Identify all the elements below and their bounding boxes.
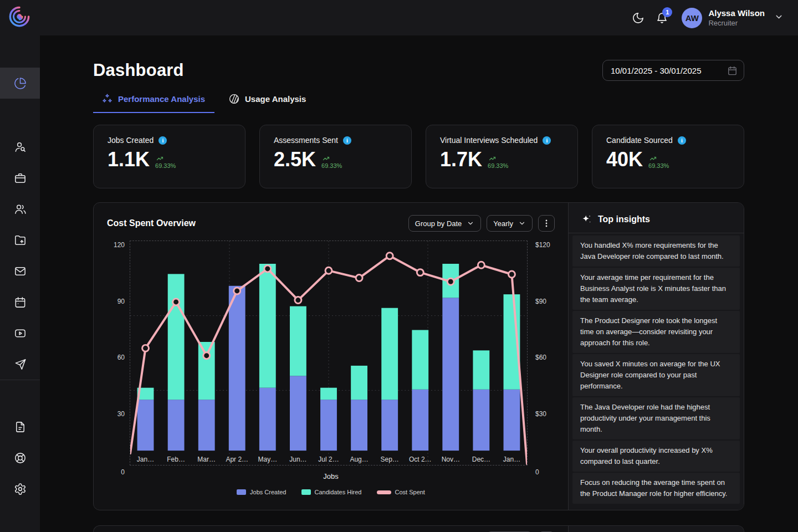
insight-item: Focus on reducing the average time spent… <box>572 473 740 504</box>
bar-jobs-created[interactable] <box>229 286 245 451</box>
avatar: AW <box>682 8 702 28</box>
bar-jobs-created[interactable] <box>504 390 520 451</box>
bar-jobs-created[interactable] <box>259 388 276 451</box>
briefcase-icon <box>14 172 27 185</box>
main-content: Dashboard 10/01/2025 - 30/01/2025 Perfor… <box>40 35 798 532</box>
bar-jobs-created[interactable] <box>137 400 154 451</box>
bar-jobs-created[interactable] <box>290 376 306 451</box>
file-text-icon <box>14 421 27 433</box>
video-play-icon <box>14 327 27 340</box>
legend-item[interactable]: Jobs Created <box>237 489 286 495</box>
bar-candidates-hired[interactable] <box>198 342 215 400</box>
cost-spent-point[interactable] <box>417 269 423 276</box>
bar-candidates-hired[interactable] <box>351 366 367 400</box>
sidebar <box>0 35 40 532</box>
trend-indicator: 69.33% <box>488 155 508 170</box>
cost-spent-point[interactable] <box>508 271 515 278</box>
bar-candidates-hired[interactable] <box>168 274 185 400</box>
x-axis-title: Jobs <box>107 472 555 480</box>
notifications-button[interactable]: 1 <box>656 12 668 24</box>
tab-label: Usage Analysis <box>245 94 306 104</box>
info-icon[interactable]: i <box>158 136 167 145</box>
sidebar-item-calendar[interactable] <box>0 287 40 318</box>
legend-item[interactable]: Cost Spent <box>377 489 425 495</box>
bar-jobs-created[interactable] <box>168 400 185 451</box>
bar-candidates-hired[interactable] <box>473 350 489 389</box>
stat-label: Virtual Interviews Scheduled <box>440 136 538 145</box>
tab-usage-analysis[interactable]: Usage Analysis <box>220 92 315 113</box>
trend-indicator: 69.33% <box>321 155 342 170</box>
cost-spent-point[interactable] <box>447 278 454 285</box>
info-icon[interactable]: i <box>343 136 351 145</box>
bar-jobs-created[interactable] <box>351 400 367 451</box>
chart-plot[interactable]: Jan…Feb…Mar…Apr 2…May…Jun…Jul 2…Aug…Sep…… <box>130 241 528 466</box>
sidebar-item-candidates[interactable] <box>0 193 40 224</box>
x-axis-label: May… <box>252 456 283 463</box>
x-axis-label: Feb… <box>161 456 191 463</box>
x-axis-label: Apr 2… <box>222 456 252 463</box>
profile-menu[interactable]: AW Alyssa Wilson Recruiter <box>682 8 784 28</box>
y-axis-left: 1209060300 <box>107 241 130 466</box>
trend-up-icon <box>488 155 497 162</box>
sidebar-item-send[interactable] <box>0 349 40 380</box>
cost-spent-point[interactable] <box>356 275 362 282</box>
stat-value: 40K <box>606 150 643 170</box>
bar-jobs-created[interactable] <box>473 390 489 451</box>
bar-jobs-created[interactable] <box>442 298 459 451</box>
sidebar-item-jobs[interactable] <box>0 162 40 193</box>
sidebar-item-mail[interactable] <box>0 255 40 287</box>
app-logo-icon[interactable] <box>8 5 31 30</box>
sidebar-item-documents[interactable] <box>0 411 40 442</box>
sidebar-item-videos[interactable] <box>0 318 40 349</box>
info-icon[interactable]: i <box>543 136 551 145</box>
y-axis-tick: 0 <box>535 468 539 476</box>
cost-spent-point[interactable] <box>295 297 301 304</box>
cost-spent-point[interactable] <box>386 253 393 259</box>
cost-spent-point[interactable] <box>478 262 484 268</box>
tab-performance-analysis[interactable]: Performance Analysis <box>93 92 214 113</box>
stat-label: Candidate Sourced <box>606 136 673 145</box>
bar-jobs-created[interactable] <box>320 400 337 451</box>
legend-label: Jobs Created <box>250 489 286 495</box>
bar-candidates-hired[interactable] <box>320 388 337 400</box>
cost-spent-point[interactable] <box>325 267 332 274</box>
cost-spent-card: Cost Spent Overview Group by Date Yearly <box>93 202 744 510</box>
legend-item[interactable]: Candidates Hired <box>301 489 362 495</box>
insight-item: You saved X minutes on average for the U… <box>572 354 740 396</box>
sidebar-item-uploads[interactable] <box>0 224 40 255</box>
y-axis-tick: $30 <box>535 410 546 418</box>
period-dropdown[interactable]: Yearly <box>487 215 533 232</box>
cost-spent-point[interactable] <box>142 345 149 351</box>
x-axis-label: Jul 2… <box>313 456 344 463</box>
stat-card-candidate-sourced: Candidate Sourcedi 40K 69.33% <box>592 125 744 188</box>
calendar-icon <box>727 65 738 76</box>
trend-indicator: 69.33% <box>648 155 669 170</box>
dark-mode-toggle[interactable] <box>632 12 644 24</box>
cost-spent-point[interactable] <box>203 352 210 359</box>
bar-jobs-created[interactable] <box>381 400 398 451</box>
bar-candidates-hired[interactable] <box>412 330 428 390</box>
sidebar-item-help[interactable] <box>0 442 40 473</box>
next-section-card: Yearly <box>93 525 744 532</box>
bar-candidates-hired[interactable] <box>259 264 276 388</box>
x-axis-label: Nov… <box>436 456 466 463</box>
bar-candidates-hired[interactable] <box>381 308 398 400</box>
sidebar-item-candidate-search[interactable] <box>0 131 40 162</box>
cost-spent-point[interactable] <box>234 288 241 294</box>
mail-icon <box>14 265 27 278</box>
legend-swatch <box>377 490 391 494</box>
y-axis-tick: 90 <box>117 298 125 305</box>
trend-percent: 69.33% <box>648 162 669 169</box>
sidebar-item-dashboard[interactable] <box>0 68 40 99</box>
bar-jobs-created[interactable] <box>198 400 215 451</box>
sidebar-item-settings[interactable] <box>0 473 40 504</box>
bar-jobs-created[interactable] <box>412 390 428 451</box>
cost-spent-point[interactable] <box>264 265 271 272</box>
date-range-picker[interactable]: 10/01/2025 - 30/01/2025 <box>602 60 744 81</box>
info-icon[interactable]: i <box>678 136 686 145</box>
cost-spent-point[interactable] <box>173 299 180 305</box>
y-axis-tick: 60 <box>117 354 125 361</box>
chart-menu-button[interactable] <box>538 215 555 232</box>
bar-candidates-hired[interactable] <box>290 306 306 376</box>
group-by-dropdown[interactable]: Group by Date <box>408 215 482 232</box>
